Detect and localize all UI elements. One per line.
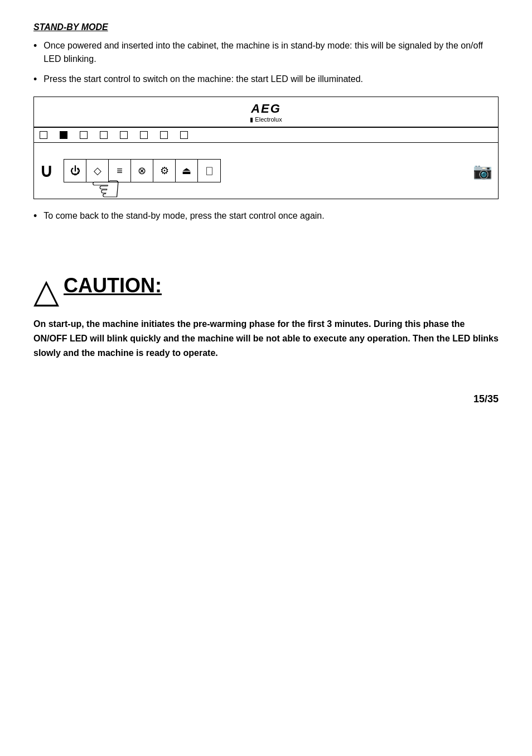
led-1 — [40, 131, 47, 139]
bullet-item-2: Press the start control to switch on the… — [33, 73, 499, 86]
led-2 — [60, 131, 67, 139]
ctrl-btn-gear: ⚙ — [153, 160, 176, 182]
brand-small: ▮ Electrolux — [34, 116, 498, 123]
led-8 — [180, 131, 188, 139]
caution-section: △ CAUTION: On start-up, the machine init… — [33, 275, 499, 360]
led-3 — [80, 131, 88, 139]
ctrl-btn-power: ⏻ — [64, 160, 86, 182]
led-5 — [120, 131, 128, 139]
led-4 — [100, 131, 108, 139]
page-content: STAND-BY MODE Once powered and inserted … — [33, 22, 499, 405]
control-left-icon: ∪ — [40, 160, 52, 181]
caution-text: On start-up, the machine initiates the p… — [33, 317, 499, 360]
bullet-item-1: Once powered and inserted into the cabin… — [33, 39, 499, 66]
leds-row — [34, 128, 498, 143]
control-buttons: ⏻ ◇ ≡ ⊗ ⚙ ⏏ ⎕ — [64, 159, 221, 182]
machine-diagram: AEG ▮ Electrolux ∪ ⏻ ◇ ≡ ⊗ ⚙ ⏏ ⎕ — [33, 97, 499, 199]
control-right-icon: 📷 — [473, 162, 492, 180]
led-7 — [160, 131, 168, 139]
bullet-list-2: To come back to the stand-by mode, press… — [33, 209, 499, 223]
brand-large: AEG — [251, 102, 281, 115]
ctrl-btn-circle-x: ⊗ — [131, 160, 153, 182]
caution-icon: △ — [33, 275, 59, 308]
diagram-header: AEG ▮ Electrolux — [34, 97, 498, 128]
controls-row: ∪ ⏻ ◇ ≡ ⊗ ⚙ ⏏ ⎕ 📷 ☞ — [34, 143, 498, 199]
bullet-item-3: To come back to the stand-by mode, press… — [33, 209, 499, 223]
ctrl-btn-eject: ⏏ — [176, 160, 198, 182]
ctrl-btn-last: ⎕ — [198, 160, 220, 182]
led-6 — [140, 131, 148, 139]
section-title: STAND-BY MODE — [33, 22, 499, 32]
bullet-list: Once powered and inserted into the cabin… — [33, 39, 499, 86]
hand-pointer-icon: ☞ — [90, 171, 122, 206]
caution-title: CAUTION: — [64, 275, 162, 297]
caution-header: △ CAUTION: — [33, 275, 499, 308]
page-number: 15/35 — [33, 393, 499, 405]
